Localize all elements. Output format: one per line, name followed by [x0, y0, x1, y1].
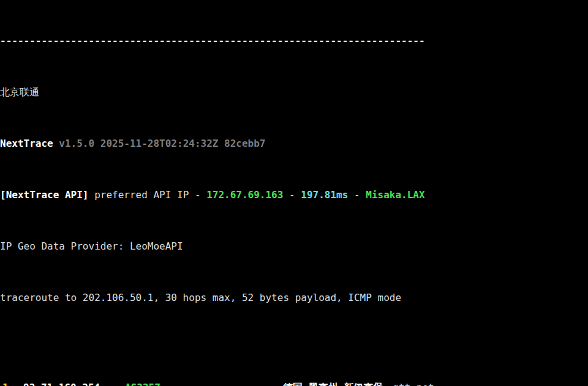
api-latency: 197.81ms [301, 189, 348, 201]
hop-list: 1 92.71.160.254 AS3257 德国 黑森州 新伊森堡gtt.ne… [0, 355, 588, 386]
api-sep2: - [348, 189, 366, 201]
api-ip: 172.67.69.163 [206, 189, 283, 201]
target-title-line: 北京联通 [0, 86, 588, 98]
api-sep1: - [283, 189, 301, 201]
traceroute-info-text: traceroute to 202.106.50.1, 30 hops max,… [0, 292, 401, 303]
traceroute-info-line: traceroute to 202.106.50.1, 30 hops max,… [0, 291, 588, 304]
hop-number: 1 [2, 381, 9, 386]
api-text: preferred API IP - [89, 189, 207, 201]
geo-provider-text: IP Geo Data Provider: LeoMoeAPI [0, 240, 183, 252]
api-label: [NextTrace API] [0, 189, 89, 201]
hop-row: 1 92.71.160.254 AS3257 德国 黑森州 新伊森堡gtt.ne… [0, 381, 588, 386]
hop-ip: 92.71.160.254 [23, 381, 100, 386]
app-name: NextTrace [0, 138, 53, 149]
hop-domain: gtt.net [393, 382, 434, 386]
terminal-window: ----------------------------------------… [0, 0, 588, 386]
geo-provider-line: IP Geo Data Provider: LeoMoeAPI [0, 240, 588, 253]
separator-row: ----------------------------------------… [0, 34, 588, 47]
separator-dashes: ----------------------------------------… [0, 35, 425, 46]
app-version: v1.5.0 2025-11-28T02:24:32Z 82cebb7 [53, 138, 266, 149]
hop-geo: 德国 黑森州 新伊森堡gtt.net [283, 381, 445, 386]
hop-asn: AS3257 [125, 381, 160, 386]
target-title: 北京联通 [0, 86, 39, 98]
hop-location: 德国 黑森州 新伊森堡 [283, 382, 383, 386]
api-node: Misaka.LAX [366, 189, 424, 201]
app-version-line: NextTrace v1.5.0 2025-11-28T02:24:32Z 82… [0, 137, 588, 150]
api-line: [NextTrace API] preferred API IP - 172.6… [0, 188, 588, 201]
